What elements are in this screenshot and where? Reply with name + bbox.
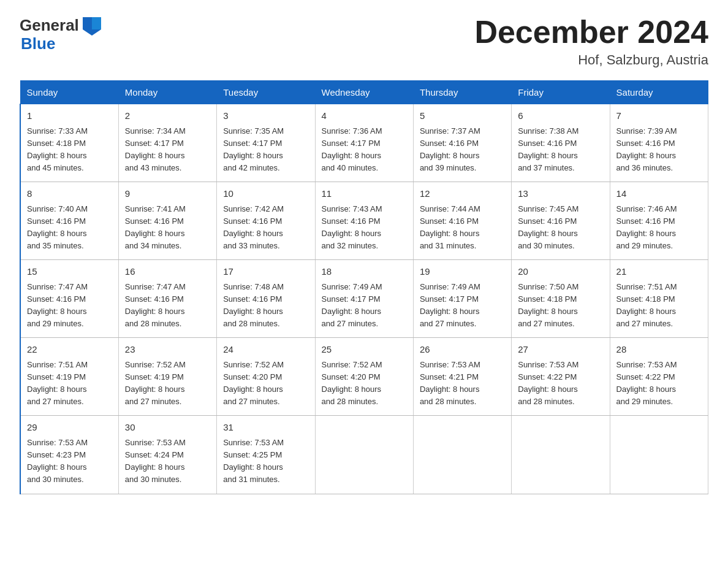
calendar-cell: 28Sunrise: 7:53 AMSunset: 4:22 PMDayligh… (610, 338, 708, 416)
day-info: Sunrise: 7:51 AMSunset: 4:18 PMDaylight:… (616, 281, 702, 331)
title-section: December 2024 Hof, Salzburg, Austria (474, 15, 708, 68)
page-header: General Blue December 2024 Hof, Salzburg… (20, 15, 708, 68)
day-info: Sunrise: 7:37 AMSunset: 4:16 PMDaylight:… (420, 125, 505, 175)
calendar-cell: 19Sunrise: 7:49 AMSunset: 4:17 PMDayligh… (413, 260, 511, 338)
svg-marker-1 (92, 17, 101, 29)
day-number: 19 (420, 265, 505, 279)
day-info: Sunrise: 7:50 AMSunset: 4:18 PMDaylight:… (518, 281, 603, 331)
day-number: 5 (420, 109, 505, 123)
day-info: Sunrise: 7:52 AMSunset: 4:19 PMDaylight:… (125, 359, 210, 408)
day-info: Sunrise: 7:38 AMSunset: 4:16 PMDaylight:… (518, 125, 603, 175)
day-number: 2 (125, 109, 210, 123)
header-saturday: Saturday (610, 81, 708, 104)
calendar-cell: 2Sunrise: 7:34 AMSunset: 4:17 PMDaylight… (118, 104, 216, 182)
page-subtitle: Hof, Salzburg, Austria (474, 52, 708, 68)
calendar-cell: 23Sunrise: 7:52 AMSunset: 4:19 PMDayligh… (118, 338, 216, 416)
day-info: Sunrise: 7:51 AMSunset: 4:19 PMDaylight:… (27, 359, 112, 408)
calendar-cell: 9Sunrise: 7:41 AMSunset: 4:16 PMDaylight… (118, 182, 216, 260)
day-info: Sunrise: 7:52 AMSunset: 4:20 PMDaylight:… (223, 359, 308, 408)
day-number: 13 (518, 187, 603, 201)
day-number: 9 (125, 187, 210, 201)
calendar-cell (512, 416, 610, 494)
day-info: Sunrise: 7:43 AMSunset: 4:16 PMDaylight:… (322, 203, 407, 253)
calendar-cell: 6Sunrise: 7:38 AMSunset: 4:16 PMDaylight… (512, 104, 610, 182)
calendar-cell: 8Sunrise: 7:40 AMSunset: 4:16 PMDaylight… (20, 182, 118, 260)
day-number: 25 (322, 343, 407, 357)
calendar-cell: 12Sunrise: 7:44 AMSunset: 4:16 PMDayligh… (413, 182, 511, 260)
day-number: 8 (27, 187, 112, 201)
header-tuesday: Tuesday (217, 81, 315, 104)
day-info: Sunrise: 7:36 AMSunset: 4:17 PMDaylight:… (322, 125, 407, 175)
calendar-cell: 7Sunrise: 7:39 AMSunset: 4:16 PMDaylight… (610, 104, 708, 182)
day-number: 10 (223, 187, 308, 201)
calendar-cell: 1Sunrise: 7:33 AMSunset: 4:18 PMDaylight… (20, 104, 118, 182)
day-info: Sunrise: 7:47 AMSunset: 4:16 PMDaylight:… (27, 281, 112, 331)
day-number: 24 (223, 343, 308, 357)
day-info: Sunrise: 7:53 AMSunset: 4:22 PMDaylight:… (616, 359, 702, 408)
day-info: Sunrise: 7:39 AMSunset: 4:16 PMDaylight:… (616, 125, 702, 175)
day-number: 6 (518, 109, 603, 123)
logo-general-text: General (20, 16, 79, 35)
header-thursday: Thursday (413, 81, 511, 104)
calendar-cell (413, 416, 511, 494)
day-number: 22 (27, 343, 112, 357)
day-number: 17 (223, 265, 308, 279)
day-info: Sunrise: 7:44 AMSunset: 4:16 PMDaylight:… (420, 203, 505, 253)
calendar-cell: 14Sunrise: 7:46 AMSunset: 4:16 PMDayligh… (610, 182, 708, 260)
day-info: Sunrise: 7:47 AMSunset: 4:16 PMDaylight:… (125, 281, 210, 331)
calendar-cell: 27Sunrise: 7:53 AMSunset: 4:22 PMDayligh… (512, 338, 610, 416)
day-number: 26 (420, 343, 505, 357)
day-number: 21 (616, 265, 702, 279)
day-number: 7 (616, 109, 702, 123)
day-number: 14 (616, 187, 702, 201)
day-info: Sunrise: 7:40 AMSunset: 4:16 PMDaylight:… (27, 203, 112, 253)
day-number: 16 (125, 265, 210, 279)
day-info: Sunrise: 7:49 AMSunset: 4:17 PMDaylight:… (322, 281, 407, 331)
calendar-cell: 5Sunrise: 7:37 AMSunset: 4:16 PMDaylight… (413, 104, 511, 182)
day-number: 12 (420, 187, 505, 201)
calendar-table: SundayMondayTuesdayWednesdayThursdayFrid… (20, 80, 708, 494)
day-info: Sunrise: 7:53 AMSunset: 4:25 PMDaylight:… (223, 437, 308, 486)
day-info: Sunrise: 7:42 AMSunset: 4:16 PMDaylight:… (223, 203, 308, 253)
day-info: Sunrise: 7:49 AMSunset: 4:17 PMDaylight:… (420, 281, 505, 331)
calendar-cell: 22Sunrise: 7:51 AMSunset: 4:19 PMDayligh… (20, 338, 118, 416)
calendar-cell: 24Sunrise: 7:52 AMSunset: 4:20 PMDayligh… (217, 338, 315, 416)
calendar-cell: 26Sunrise: 7:53 AMSunset: 4:21 PMDayligh… (413, 338, 511, 416)
header-sunday: Sunday (20, 81, 118, 104)
day-number: 3 (223, 109, 308, 123)
day-number: 23 (125, 343, 210, 357)
calendar-cell: 20Sunrise: 7:50 AMSunset: 4:18 PMDayligh… (512, 260, 610, 338)
calendar-header-row: SundayMondayTuesdayWednesdayThursdayFrid… (20, 81, 708, 104)
calendar-cell: 10Sunrise: 7:42 AMSunset: 4:16 PMDayligh… (217, 182, 315, 260)
header-monday: Monday (118, 81, 216, 104)
calendar-cell: 15Sunrise: 7:47 AMSunset: 4:16 PMDayligh… (20, 260, 118, 338)
calendar-week-row: 22Sunrise: 7:51 AMSunset: 4:19 PMDayligh… (20, 338, 708, 416)
calendar-cell (610, 416, 708, 494)
svg-marker-2 (83, 17, 92, 29)
day-number: 29 (27, 421, 112, 435)
logo-blue-text: Blue (21, 34, 55, 53)
day-info: Sunrise: 7:53 AMSunset: 4:24 PMDaylight:… (125, 437, 210, 486)
day-info: Sunrise: 7:45 AMSunset: 4:16 PMDaylight:… (518, 203, 603, 253)
calendar-week-row: 15Sunrise: 7:47 AMSunset: 4:16 PMDayligh… (20, 260, 708, 338)
header-friday: Friday (512, 81, 610, 104)
calendar-cell: 4Sunrise: 7:36 AMSunset: 4:17 PMDaylight… (315, 104, 413, 182)
day-number: 28 (616, 343, 702, 357)
calendar-cell: 29Sunrise: 7:53 AMSunset: 4:23 PMDayligh… (20, 416, 118, 494)
logo-icon (80, 12, 104, 36)
calendar-cell: 3Sunrise: 7:35 AMSunset: 4:17 PMDaylight… (217, 104, 315, 182)
day-info: Sunrise: 7:33 AMSunset: 4:18 PMDaylight:… (27, 125, 112, 175)
day-number: 20 (518, 265, 603, 279)
day-number: 18 (322, 265, 407, 279)
day-info: Sunrise: 7:35 AMSunset: 4:17 PMDaylight:… (223, 125, 308, 175)
calendar-cell: 30Sunrise: 7:53 AMSunset: 4:24 PMDayligh… (118, 416, 216, 494)
calendar-week-row: 8Sunrise: 7:40 AMSunset: 4:16 PMDaylight… (20, 182, 708, 260)
day-info: Sunrise: 7:52 AMSunset: 4:20 PMDaylight:… (322, 359, 407, 408)
calendar-cell: 18Sunrise: 7:49 AMSunset: 4:17 PMDayligh… (315, 260, 413, 338)
calendar-cell: 11Sunrise: 7:43 AMSunset: 4:16 PMDayligh… (315, 182, 413, 260)
logo: General Blue (20, 15, 104, 53)
calendar-cell: 21Sunrise: 7:51 AMSunset: 4:18 PMDayligh… (610, 260, 708, 338)
header-wednesday: Wednesday (315, 81, 413, 104)
day-number: 31 (223, 421, 308, 435)
day-info: Sunrise: 7:53 AMSunset: 4:21 PMDaylight:… (420, 359, 505, 408)
